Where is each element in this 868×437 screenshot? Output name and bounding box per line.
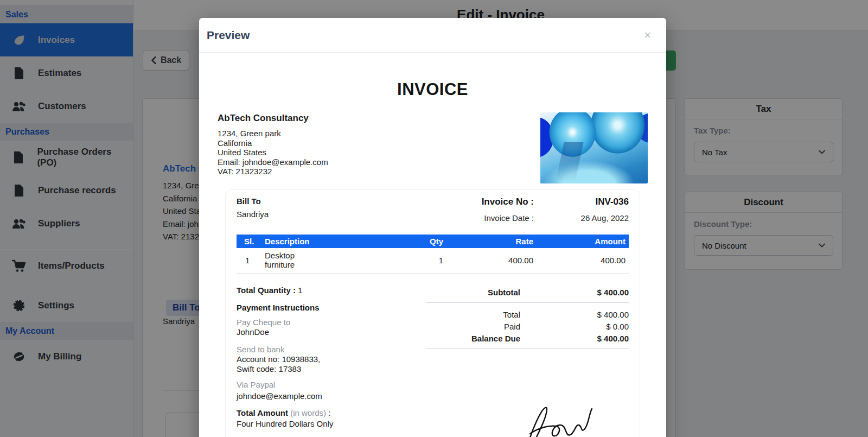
cell-description: Desktop furniture [261,248,276,274]
invoice-preview: INVOICE AbTech Consultancy 1234, Green p… [199,80,666,437]
bill-to-customer: Sandriya [237,210,269,219]
invoice-address-line: 1234, Green park [218,129,328,138]
bill-to-label: Bill To [237,197,269,206]
table-header-row: Sl. Description Qty Rate Amount [237,235,629,248]
paid-label: Paid [426,322,520,332]
payment-instructions-heading: Payment Instructions [237,303,426,312]
invoice-heading: INVOICE [218,80,648,99]
bank-label: Send to bank [237,345,426,354]
total-quantity-label: Total Quantity : [237,286,296,295]
total-value: $ 400.00 [520,310,629,320]
table-row: 1 Desktop furniture 1 400.00 400.00 [237,248,629,274]
invoice-no-label: Invoice No : [482,197,534,207]
total-label: Total [426,310,520,320]
totals-divider [426,302,629,310]
invoice-company-name: AbTech Consultancy [218,112,328,124]
cell-sl: 1 [237,248,261,274]
signature-image [525,391,606,437]
cheque-label: Pay Cheque to [237,318,426,327]
balance-due-row: Balance Due $ 400.00 [426,334,629,344]
invoice-date-value: 26 Aug, 2022 [534,213,629,223]
invoice-detail-section: Bill To Sandriya Invoice No : INV-036 In… [225,189,640,437]
bill-to-block: Bill To Sandriya [237,197,269,223]
invoice-no-value: INV-036 [534,197,629,207]
col-rate: Rate [455,235,537,248]
amount-in-words-muted: (in words) [290,408,326,417]
invoice-address-line: United States [218,148,328,157]
modal-header: Preview × [199,18,666,53]
close-icon[interactable]: × [644,29,651,41]
total-quantity-value: 1 [298,286,302,295]
col-description: Description [261,235,276,248]
subtotal-label: Subtotal [426,288,520,297]
col-amount: Amount [537,235,629,248]
invoice-address-line: Email: johndoe@example.com [218,157,328,167]
invoice-company-block: AbTech Consultancy 1234, Green park Cali… [218,112,328,183]
paid-row: Paid $ 0.00 [426,322,629,332]
amount-in-words-colon: : [328,408,330,417]
subtotal-value: $ 400.00 [520,288,629,297]
paypal-label: Via Paypal [237,380,426,389]
bank-account-line: Account no: 10938833, [237,354,426,364]
company-logo-image [540,112,648,183]
app-window: Sales Invoices Estimates Customers Purch… [0,0,868,437]
total-quantity: Total Quantity : 1 [237,286,426,295]
bank-swift-line: Swift code: 17383 [237,364,426,374]
paypal-email: johndoe@example.com [237,391,426,401]
cell-qty: 1 [276,248,455,274]
preview-modal: Preview × INVOICE AbTech Consultancy 123… [199,18,666,437]
cell-rate: 400.00 [455,248,537,274]
cheque-name: JohnDoe [237,327,426,337]
line-items-table: Sl. Description Qty Rate Amount 1 Deskto… [237,235,629,274]
invoice-address-line: VAT: 21323232 [218,167,328,176]
subtotal-row: Subtotal $ 400.00 [426,288,629,297]
invoice-address-line: California [218,138,328,148]
cell-amount: 400.00 [537,248,629,274]
balance-due-label: Balance Due [426,334,520,344]
paid-value: $ 0.00 [520,322,629,332]
balance-due-value: $ 400.00 [520,334,629,344]
invoice-date-label: Invoice Date : [482,213,534,223]
col-sl: Sl. [237,235,261,248]
totals-divider [426,349,629,356]
total-row: Total $ 400.00 [426,310,629,320]
amount-in-words-text: Four Hundred Dollars Only [237,419,426,428]
invoice-meta-block: Invoice No : INV-036 Invoice Date : 26 A… [482,197,629,223]
modal-title: Preview [207,29,250,42]
amount-in-words-label: Total Amount (in words) : [237,408,426,417]
amount-in-words-bold: Total Amount [237,408,288,417]
